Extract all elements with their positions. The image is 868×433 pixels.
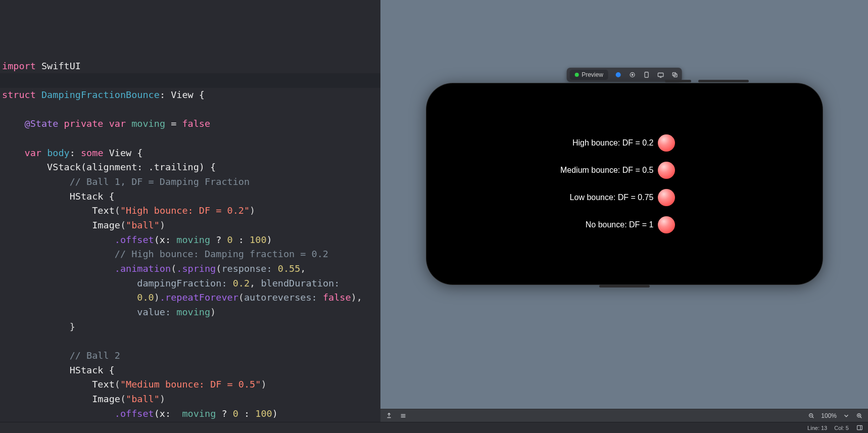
punct: ? <box>210 234 227 245</box>
comment: // Ball 2 <box>70 350 120 361</box>
app-preview-content: High bounce: DF = 0.2 Medium bounce: DF … <box>426 83 823 284</box>
zoom-level[interactable]: 100% <box>821 412 837 419</box>
ball-icon <box>658 216 675 233</box>
preview-row-medium-bounce: Medium bounce: DF = 0.5 <box>560 162 675 179</box>
arg-value: value: <box>137 307 171 317</box>
canvas-settings-icon[interactable] <box>400 412 407 419</box>
keyword-var: var <box>109 118 126 129</box>
args: (x: <box>154 408 171 419</box>
arg-dampingfraction: dampingFraction: <box>137 278 227 288</box>
type-name: DampingFractionBounce <box>41 89 160 100</box>
device-bottom-nub <box>599 285 650 287</box>
method-repeatforever: .repeatForever <box>160 292 238 303</box>
zoom-out-icon[interactable] <box>808 412 815 419</box>
type-view: View <box>109 148 132 158</box>
selectable-preview-icon[interactable] <box>629 71 637 79</box>
row-label: High bounce: DF = 0.2 <box>572 138 654 148</box>
string: "ball" <box>126 394 160 404</box>
type-text: Text <box>92 205 115 216</box>
preview-label: Preview <box>582 71 603 78</box>
preview-mode-button[interactable]: Preview <box>569 70 608 80</box>
type-vstack: VStack <box>47 162 81 172</box>
keyword-import: import <box>2 61 36 71</box>
type-image: Image <box>92 394 120 404</box>
canvas-bottom-bar: 100% <box>380 409 868 422</box>
minimap-toggle-icon[interactable] <box>856 424 863 431</box>
live-preview-icon[interactable] <box>614 71 622 79</box>
preview-row-high-bounce: High bounce: DF = 0.2 <box>572 134 675 152</box>
attr-state: @State <box>25 118 59 129</box>
code-content: import SwiftUI struct DampingFractionBou… <box>2 44 380 422</box>
var-moving: moving <box>182 408 216 419</box>
punct: : <box>70 148 75 158</box>
keyword-var: var <box>25 148 41 158</box>
duplicate-preview-icon[interactable] <box>671 71 679 79</box>
punct: : <box>238 408 255 419</box>
keyword-some: some <box>81 148 104 158</box>
svg-rect-18 <box>857 425 862 429</box>
status-bar: Line: 13 Col: 5 <box>0 422 868 433</box>
zoom-dropdown-icon[interactable] <box>843 412 850 419</box>
modifier-offset: .offset <box>115 234 154 245</box>
var-moving: moving <box>176 307 210 317</box>
ball-icon <box>658 189 675 206</box>
arg-blendduration: blendDuration: <box>261 278 340 288</box>
num: 0 <box>227 234 233 245</box>
type-image: Image <box>92 220 120 230</box>
modifier-offset: .offset <box>115 408 154 419</box>
status-line: Line: 13 <box>807 425 827 431</box>
keyword-false: false <box>323 292 351 303</box>
var-moving: moving <box>131 118 165 129</box>
zoom-in-icon[interactable] <box>856 412 863 419</box>
punct: ) <box>272 408 278 419</box>
num: 100 <box>250 234 266 245</box>
string: "High bounce: DF = 0.2" <box>120 205 250 216</box>
num: 0.2 <box>233 278 250 288</box>
args: (x: <box>154 234 171 245</box>
args: (alignment: .trailing) { <box>81 162 216 172</box>
arg-response: response: <box>221 263 272 274</box>
num: 0.0 <box>137 292 154 303</box>
main-split: import SwiftUI struct DampingFractionBou… <box>0 0 868 422</box>
method-spring: .spring <box>176 263 216 274</box>
string: "ball" <box>126 220 160 230</box>
preview-on-device-icon[interactable] <box>657 71 665 79</box>
svg-point-0 <box>616 73 620 77</box>
prop-body: body <box>47 148 70 158</box>
num: 0.55 <box>278 263 301 274</box>
code-editor[interactable]: import SwiftUI struct DampingFractionBou… <box>0 0 380 422</box>
preview-row-no-bounce: No bounce: DF = 1 <box>586 216 675 233</box>
row-label: Low bounce: DF = 0.75 <box>570 193 654 202</box>
punct: : View { <box>160 89 205 100</box>
string: "Medium bounce: DF = 0.5" <box>120 379 261 390</box>
device-settings-icon[interactable] <box>643 71 651 79</box>
status-dot-icon <box>574 73 578 77</box>
modifier-animation: .animation <box>115 263 171 274</box>
punct: { <box>103 365 114 375</box>
punct: = <box>165 118 182 129</box>
punct: ) <box>267 234 272 245</box>
pin-preview-icon[interactable] <box>385 412 393 419</box>
svg-line-15 <box>860 416 862 418</box>
simulator-device-frame: High bounce: DF = 0.2 Medium bounce: DF … <box>426 83 823 284</box>
svg-rect-4 <box>658 73 664 77</box>
keyword-struct: struct <box>2 89 36 100</box>
type-hstack: HStack <box>70 365 104 375</box>
comment: // Ball 1, DF = Damping Fraction <box>70 176 250 187</box>
ball-icon <box>658 134 675 152</box>
num: 100 <box>255 408 272 419</box>
preview-canvas: Preview <box>380 0 868 422</box>
punct: { <box>131 148 142 158</box>
keyword-private: private <box>64 118 104 129</box>
ball-icon <box>658 162 675 179</box>
svg-rect-3 <box>645 72 648 78</box>
num: 0 <box>233 408 238 419</box>
comment: // High bounce: Damping fraction = 0.2 <box>115 249 328 259</box>
row-label: Medium bounce: DF = 0.5 <box>560 166 654 175</box>
punct: : <box>233 234 250 245</box>
svg-point-2 <box>632 74 634 76</box>
canvas-inner[interactable]: Preview <box>380 0 868 409</box>
status-col: Col: 5 <box>834 425 849 431</box>
type-hstack: HStack <box>70 191 104 202</box>
var-moving: moving <box>176 234 210 245</box>
